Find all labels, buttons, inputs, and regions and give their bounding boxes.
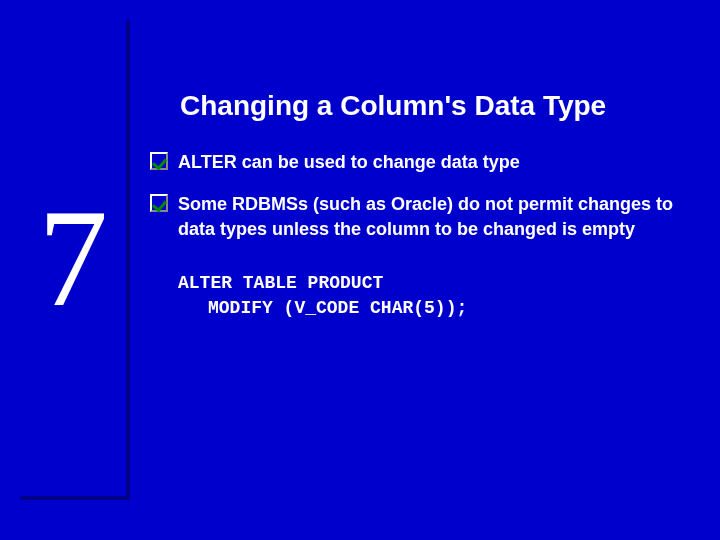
chapter-number: 7 <box>38 188 108 328</box>
bullet-text: Some RDBMSs (such as Oracle) do not perm… <box>178 192 690 241</box>
bullet-item: Some RDBMSs (such as Oracle) do not perm… <box>150 192 690 241</box>
chapter-sidebar: 7 <box>20 20 130 500</box>
code-line: ALTER TABLE PRODUCT <box>178 271 690 296</box>
checkbox-icon <box>150 152 168 170</box>
code-block: ALTER TABLE PRODUCT MODIFY (V_CODE CHAR(… <box>178 271 690 321</box>
slide-title: Changing a Column's Data Type <box>180 90 690 122</box>
bullet-item: ALTER can be used to change data type <box>150 150 690 174</box>
code-line: MODIFY (V_CODE CHAR(5)); <box>208 296 690 321</box>
slide-content: Changing a Column's Data Type ALTER can … <box>150 90 690 321</box>
bullet-text: ALTER can be used to change data type <box>178 150 520 174</box>
checkbox-icon <box>150 194 168 212</box>
